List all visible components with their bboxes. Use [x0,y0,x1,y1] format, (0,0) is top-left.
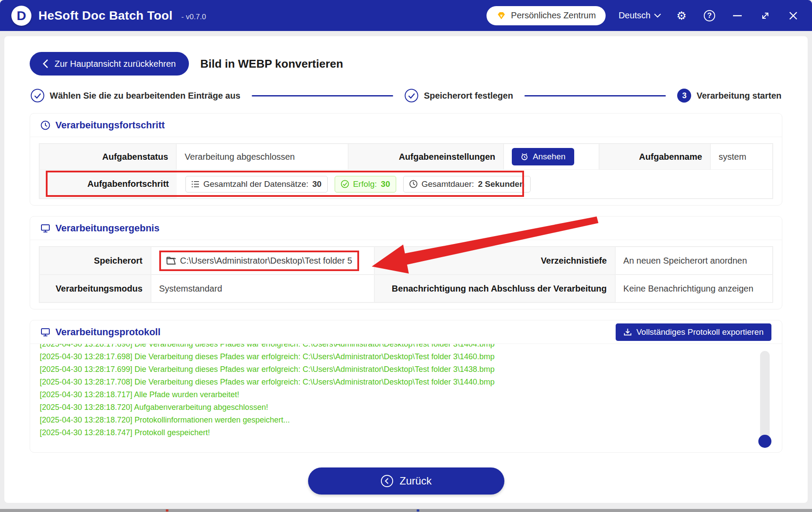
log-panel-header: Verarbeitungsprotokoll Vollständiges Pro… [30,320,782,344]
log-lines: [2025-04-30 13:28:17.690] Die Verarbeitu… [40,344,756,439]
log-scrollbar-track[interactable] [760,351,770,447]
success-value: 30 [381,179,390,189]
step-3-label: Verarbeitung starten [696,91,781,101]
table-row: Aufgabenstatus Verarbeitung abgeschlosse… [39,144,773,170]
language-selector[interactable]: Deutsch [619,10,661,21]
maximize-button[interactable] [758,8,773,23]
progress-chips: Gesamtzahl der Datensätze: 30 Erfolg: 30 [177,170,772,198]
personal-center-label: Persönliches Zentrum [511,10,596,21]
settings-value-cell: Ansehen [504,144,599,170]
notification-label: Benachrichtigung nach Abschluss der Vera… [374,275,615,302]
save-location-path[interactable]: C:\Users\Administrator\Desktop\Test fold… [159,251,360,271]
vip-gem-icon [496,10,507,21]
main-card: Zur Hauptansicht zurückkehren Bild in WE… [4,36,808,503]
titlebar-right: Persönliches Zentrum Deutsch ⚙ ? [487,6,801,25]
success-check-icon [341,180,349,188]
taskbar-dot [166,509,168,512]
circle-chevron-left-icon [380,474,394,488]
app-logo-icon: D [11,6,31,26]
task-name-value: system [710,144,773,170]
success-chip: Erfolg: 30 [335,176,396,192]
task-name-label: Aufgabenname [599,144,711,170]
progress-panel-title: Verarbeitungsfortschritt [55,120,165,131]
total-records-value: 30 [312,179,322,189]
result-table: Speicherort C:\Users\Administrator\Deskt… [39,246,773,303]
result-panel-title: Verarbeitungsergebnis [55,223,159,234]
personal-center-button[interactable]: Persönliches Zentrum [487,6,606,25]
app-title: HeSoft Doc Batch Tool [38,9,173,23]
help-icon[interactable]: ? [702,8,717,23]
chevron-left-icon [43,59,48,68]
total-records-chip: Gesamtzahl der Datensätze: 30 [185,176,328,192]
taskbar-dot [417,509,419,512]
return-main-view-label: Zur Hauptansicht zurückkehren [55,59,176,69]
language-label: Deutsch [619,10,651,21]
download-icon [624,328,632,336]
log-line: [2025-04-30 13:28:17.690] Die Verarbeitu… [40,344,756,350]
footer: Zurück [30,467,782,495]
log-line: [2025-04-30 13:28:18.747] Protokoll gesp… [40,426,756,439]
app-version: - v0.7.0 [182,13,206,21]
notification-value: Keine Benachrichtigung anzeigen [615,275,773,302]
step-connector [524,95,666,96]
close-button[interactable] [786,8,801,23]
return-main-view-button[interactable]: Zur Hauptansicht zurückkehren [30,52,189,76]
chevron-down-icon [654,14,661,18]
check-circle-icon [404,89,418,103]
export-log-label: Vollständiges Protokoll exportieren [636,327,764,337]
duration-label: Gesamtdauer: [421,179,474,189]
success-label: Erfolg: [353,179,377,189]
page-title: Bild in WEBP konvertieren [200,57,343,71]
check-circle-icon [31,89,45,103]
step-connector [252,95,394,96]
table-row: Aufgabenfortschritt Gesamtzahl der Daten… [39,170,773,199]
stepper: Wählen Sie die zu bearbeitenden Einträge… [30,89,782,103]
titlebar-left: D HeSoft Doc Batch Tool - v0.7.0 [11,6,206,26]
duration-chip: Gesamtdauer: 2 Sekunden [403,176,531,192]
view-settings-button[interactable]: Ansehen [512,148,574,165]
log-panel-title: Verarbeitungsprotokoll [55,326,161,338]
log-line: [2025-04-30 13:28:17.699] Die Verarbeitu… [40,363,756,376]
progress-panel: Verarbeitungsfortschritt Aufgabenstatus … [30,113,782,206]
total-records-label: Gesamtzahl der Datensätze: [203,179,308,189]
clock-icon [409,180,418,188]
progress-panel-header: Verarbeitungsfortschritt [30,113,782,137]
titlebar: D HeSoft Doc Batch Tool - v0.7.0 Persönl… [0,0,812,31]
monitor-icon [41,223,50,233]
processing-mode-value: Systemstandard [151,275,375,302]
table-row: Speicherort C:\Users\Administrator\Deskt… [39,247,773,275]
export-log-button[interactable]: Vollständiges Protokoll exportieren [616,323,771,341]
log-line: [2025-04-30 13:28:18.717] Alle Pfade wur… [40,388,756,401]
log-line: [2025-04-30 13:28:18.720] Aufgabenverarb… [40,401,756,414]
folder-icon [166,257,176,265]
log-panel: Verarbeitungsprotokoll Vollständiges Pro… [30,320,782,453]
view-settings-label: Ansehen [533,152,565,162]
directory-depth-label: Verzeichnistiefe [374,247,615,275]
progress-table: Aufgabenstatus Verarbeitung abgeschlosse… [39,143,773,199]
status-label: Aufgabenstatus [39,144,176,170]
directory-depth-value: An neuen Speicherort anordnen [615,247,773,275]
save-location-label: Speicherort [39,247,151,275]
alarm-icon [521,153,528,161]
minimize-button[interactable] [730,8,745,23]
log-line: [2025-04-30 13:28:17.708] Die Verarbeitu… [40,376,756,388]
log-line: [2025-04-30 13:28:17.698] Die Verarbeitu… [40,350,756,363]
progress-panel-body: Aufgabenstatus Verarbeitung abgeschlosse… [30,137,782,205]
settings-gear-icon[interactable]: ⚙ [674,8,689,23]
monitor-icon [41,327,50,337]
status-value: Verarbeitung abgeschlossen [176,144,348,170]
log-scrollbar-thumb[interactable] [758,435,771,448]
settings-label: Aufgabeneinstellungen [348,144,504,170]
back-button[interactable]: Zurück [308,467,504,495]
log-line: [2025-04-30 13:28:18.720] Protokollinfor… [40,414,756,426]
step-1: Wählen Sie die zu bearbeitenden Einträge… [31,89,240,103]
duration-value: 2 Sekunden [478,179,524,189]
processing-mode-label: Verarbeitungsmodus [39,275,151,302]
log-viewport: [2025-04-30 13:28:17.690] Die Verarbeitu… [30,344,782,452]
back-button-label: Zurück [400,475,432,487]
clock-icon [41,120,50,130]
step-3: 3 Verarbeitung starten [677,89,781,103]
save-location-cell: C:\Users\Administrator\Desktop\Test fold… [151,247,375,275]
step-2-label: Speicherort festlegen [424,91,513,101]
step-3-number-badge: 3 [677,89,691,103]
